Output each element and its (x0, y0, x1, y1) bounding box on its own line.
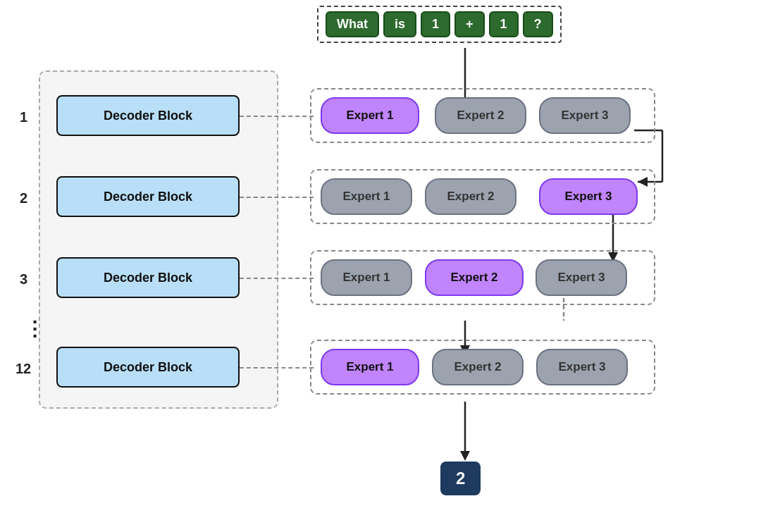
layer12-decoder: Decoder Block (56, 347, 240, 388)
layer3-number: 3 (20, 271, 27, 287)
layer3-expert1: Expert 1 (321, 259, 412, 296)
token-is: is (383, 11, 416, 37)
layer2-expert3: Expert 3 (539, 178, 638, 215)
token-plus: + (454, 11, 485, 37)
layer12-number: 12 (16, 361, 31, 377)
layer1-expert1: Expert 1 (321, 97, 419, 134)
token-question: ? (523, 11, 553, 37)
layer12-expert1: Expert 1 (321, 349, 419, 385)
diagram-container: What is 1 + 1 ? 1 Decoder Block Expert 1… (0, 0, 761, 532)
layer3-expert3: Expert 3 (536, 259, 627, 296)
layer1-number: 1 (20, 109, 27, 125)
layer2-expert2: Expert 2 (425, 178, 516, 215)
token-what: What (326, 11, 379, 37)
svg-marker-12 (460, 451, 470, 461)
layer2-decoder: Decoder Block (56, 176, 240, 217)
output-token: 2 (440, 462, 481, 495)
layer1-decoder: Decoder Block (56, 95, 240, 136)
layer1-expert3: Expert 3 (539, 97, 631, 134)
layer12-expert2: Expert 2 (432, 349, 524, 385)
layer3-connector (240, 278, 314, 279)
layer12-expert3: Expert 3 (536, 349, 628, 385)
ellipsis: ⋮ (25, 317, 44, 340)
layer2-connector (240, 197, 314, 198)
layer3-expert2: Expert 2 (425, 259, 524, 296)
layer12-connector (240, 367, 314, 369)
layer1-expert2: Expert 2 (435, 97, 526, 134)
token-1b: 1 (489, 11, 519, 37)
layer2-number: 2 (20, 190, 27, 206)
layer2-expert1: Expert 1 (321, 178, 412, 215)
token-1a: 1 (421, 11, 450, 37)
layer1-connector (240, 116, 314, 117)
tokens-row: What is 1 + 1 ? (317, 6, 562, 43)
layer3-decoder: Decoder Block (56, 257, 240, 298)
